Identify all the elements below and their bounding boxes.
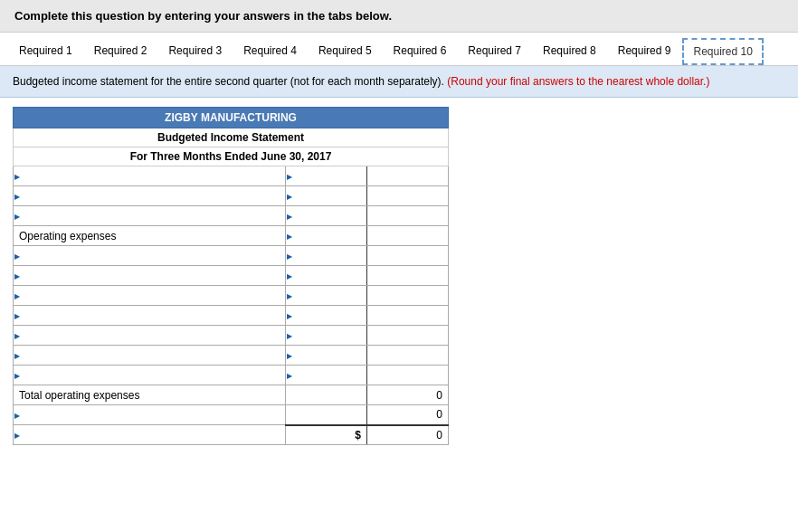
row-label-11 xyxy=(14,366,286,385)
row-9-val-input[interactable] xyxy=(373,329,442,342)
row-mid-9 xyxy=(285,326,366,346)
row-oe-val-input[interactable] xyxy=(373,230,442,242)
row-2-label-input[interactable] xyxy=(19,190,280,203)
tab-required-3[interactable]: Required 3 xyxy=(158,38,232,65)
table-subtitle: Budgeted Income Statement xyxy=(14,128,449,147)
row-3-mid-input[interactable] xyxy=(291,210,361,223)
row-mid-10 xyxy=(285,346,366,366)
row-label-3 xyxy=(14,206,286,226)
row-label-2 xyxy=(14,186,286,206)
row-8-label-input[interactable] xyxy=(19,309,280,322)
row-6-mid-input[interactable] xyxy=(291,270,361,282)
tab-required-4[interactable]: Required 4 xyxy=(233,38,307,65)
tab-required-8[interactable]: Required 8 xyxy=(533,38,606,65)
row-3-val-input[interactable] xyxy=(373,210,442,223)
row-6-val-input[interactable] xyxy=(373,270,442,282)
row-1-label-input[interactable] xyxy=(19,170,280,183)
table-row xyxy=(14,366,449,385)
operating-expenses-text: Operating expenses xyxy=(19,230,116,242)
row-val-2 xyxy=(366,186,448,206)
row-mid-7 xyxy=(285,286,366,306)
row-mid-5 xyxy=(285,246,366,266)
row-mid-8 xyxy=(285,306,366,326)
table-title: ZIGBY MANUFACTURING xyxy=(14,108,449,128)
row-1-mid-input[interactable] xyxy=(291,170,361,183)
table-row xyxy=(14,306,449,326)
tab-required-10[interactable]: Required 10 xyxy=(682,38,763,65)
row-label-10 xyxy=(14,346,286,366)
operating-expenses-section-row: Operating expenses xyxy=(14,226,449,246)
table-title-row: ZIGBY MANUFACTURING xyxy=(14,108,449,128)
row-8-mid-input[interactable] xyxy=(291,309,361,322)
row-13-label-input[interactable] xyxy=(19,429,280,442)
operating-expenses-label: Operating expenses xyxy=(14,226,286,246)
row-label-8 xyxy=(14,306,286,326)
row-6-label-input[interactable] xyxy=(19,270,280,282)
row-11-val-input[interactable] xyxy=(373,369,442,382)
total-oe-value-text: 0 xyxy=(436,389,442,402)
row-val-9 xyxy=(366,326,448,346)
table-period: For Three Months Ended June 30, 2017 xyxy=(14,147,449,166)
row-val-1 xyxy=(366,166,448,186)
tab-required-5[interactable]: Required 5 xyxy=(309,38,382,65)
row-13-value-text: 0 xyxy=(436,429,442,442)
row-7-val-input[interactable] xyxy=(373,290,442,302)
row-mid-12 xyxy=(285,405,366,425)
row-5-mid-input[interactable] xyxy=(291,250,361,262)
row-7-label-input[interactable] xyxy=(19,290,280,302)
total-oe-label: Total operating expenses xyxy=(14,385,286,405)
dollar-sign-text: $ xyxy=(355,429,361,442)
row-val-7 xyxy=(366,286,448,306)
row-10-mid-input[interactable] xyxy=(291,349,361,362)
row-val-10 xyxy=(366,346,448,366)
row-8-val-input[interactable] xyxy=(373,309,442,322)
header-text: Complete this question by entering your … xyxy=(14,9,392,23)
row-label-6 xyxy=(14,266,286,286)
row-val-12: 0 xyxy=(366,405,448,425)
table-row xyxy=(14,286,449,306)
row-10-label-input[interactable] xyxy=(19,349,280,362)
table-row xyxy=(14,246,449,266)
row-11-mid-input[interactable] xyxy=(291,369,361,382)
row-9-mid-input[interactable] xyxy=(291,329,361,342)
row-1-val-input[interactable] xyxy=(373,170,442,183)
row-3-label-input[interactable] xyxy=(19,210,280,223)
table-row xyxy=(14,266,449,286)
table-row xyxy=(14,166,449,186)
table-row xyxy=(14,206,449,226)
row-12-label-input[interactable] xyxy=(19,409,280,422)
row-10-val-input[interactable] xyxy=(373,349,442,362)
total-operating-expenses-row: Total operating expenses 0 xyxy=(14,385,449,405)
row-7-mid-input[interactable] xyxy=(291,290,361,302)
row-5-label-input[interactable] xyxy=(19,250,280,262)
row-2-val-input[interactable] xyxy=(373,190,442,203)
tab-required-2[interactable]: Required 2 xyxy=(84,38,157,65)
tab-required-1[interactable]: Required 1 xyxy=(9,38,82,65)
row-5-val-input[interactable] xyxy=(373,250,442,262)
row-val-8 xyxy=(366,306,448,326)
row-label-5 xyxy=(14,246,286,266)
row-val-6 xyxy=(366,266,448,286)
tab-required-7[interactable]: Required 7 xyxy=(458,38,531,65)
row-oe-mid-input[interactable] xyxy=(291,230,361,242)
row-val-3 xyxy=(366,206,448,226)
total-oe-text: Total operating expenses xyxy=(19,389,139,402)
row-12-value-text: 0 xyxy=(436,408,442,421)
row-mid-1 xyxy=(285,166,366,186)
row-2-mid-input[interactable] xyxy=(291,190,361,203)
tab-required-6[interactable]: Required 6 xyxy=(384,38,457,65)
tab-required-9[interactable]: Required 9 xyxy=(608,38,681,65)
row-mid-3 xyxy=(285,206,366,226)
row-mid-11 xyxy=(285,366,366,385)
instruction-bar: Budgeted income statement for the entire… xyxy=(0,66,798,98)
instruction-header: Complete this question by entering your … xyxy=(0,0,798,33)
row-val-13: 0 xyxy=(366,425,448,445)
instruction-main-text: Budgeted income statement for the entire… xyxy=(13,75,444,88)
table-period-row: For Three Months Ended June 30, 2017 xyxy=(14,147,449,166)
instruction-highlight-text: (Round your final answers to the nearest… xyxy=(447,75,709,88)
row-11-label-input[interactable] xyxy=(19,369,280,382)
row-val-oe xyxy=(366,226,448,246)
row-9-label-input[interactable] xyxy=(19,329,280,342)
row-val-5 xyxy=(366,246,448,266)
total-oe-mid xyxy=(285,385,366,405)
